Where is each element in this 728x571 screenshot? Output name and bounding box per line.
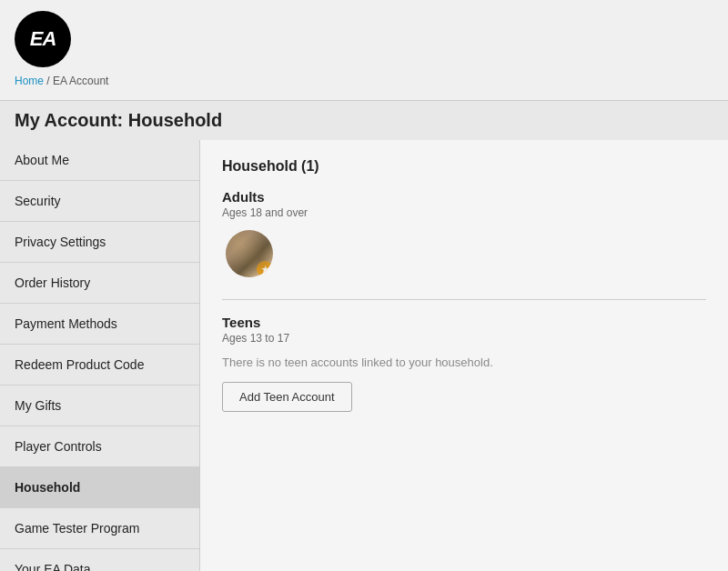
page-title: My Account: Household [0,101,728,140]
sidebar-item-your-ea-data[interactable]: Your EA Data [0,549,199,571]
sidebar-item-game-tester-program[interactable]: Game Tester Program [0,508,199,549]
sidebar-item-redeem-product-code[interactable]: Redeem Product Code [0,345,199,386]
breadcrumb-home-link[interactable]: Home [15,75,44,87]
ea-logo-text: EA [30,27,56,51]
sidebar-item-security[interactable]: Security [0,181,199,222]
header: EA Home / EA Account My Account: Househo… [0,0,728,140]
breadcrumb-current: EA Account [53,75,108,87]
breadcrumb: Home / EA Account [15,75,713,87]
avatar-container: ★ [222,230,277,281]
no-teen-accounts-text: There is no teen accounts linked to your… [222,356,706,369]
sidebar-item-my-gifts[interactable]: My Gifts [0,386,199,426]
ea-logo: EA [15,11,71,67]
sidebar-item-player-controls[interactable]: Player Controls [0,426,199,467]
main-layout: About Me Security Privacy Settings Order… [0,140,728,571]
sidebar-item-household[interactable]: Household [0,467,199,508]
teens-title: Teens [222,315,706,330]
avatar-badge: ★ [257,261,273,277]
teens-description: Ages 13 to 17 [222,332,706,345]
content-area: Household (1) Adults Ages 18 and over ★ … [200,140,728,571]
sidebar-item-privacy-settings[interactable]: Privacy Settings [0,222,199,263]
sidebar-item-payment-methods[interactable]: Payment Methods [0,304,199,345]
household-section-title: Household (1) [222,158,706,175]
adults-title: Adults [222,189,706,205]
teens-section: Teens Ages 13 to 17 There is no teen acc… [222,315,706,412]
section-divider [222,299,706,300]
adults-description: Ages 18 and over [222,206,706,219]
sidebar-item-order-history[interactable]: Order History [0,263,199,304]
breadcrumb-separator: / [44,75,53,87]
avatar: ★ [226,230,273,277]
adults-section: Adults Ages 18 and over ★ [222,189,706,281]
sidebar-item-about-me[interactable]: About Me [0,140,199,181]
add-teen-account-button[interactable]: Add Teen Account [222,382,352,412]
sidebar: About Me Security Privacy Settings Order… [0,140,200,571]
